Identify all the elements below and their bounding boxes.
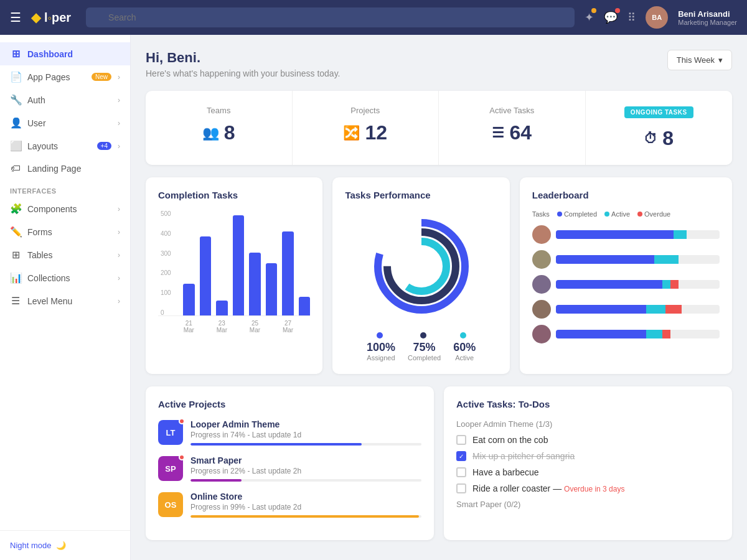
search-wrap: 🔍 — [86, 7, 575, 27]
leaderboard-legend: Tasks Completed Active Overdue — [532, 210, 720, 218]
project-item-looper: LT Looper Admin Theme Progress in 74% - … — [158, 419, 421, 446]
moon-icon: 🌙 — [56, 541, 66, 550]
project-progress-bar-looper — [190, 443, 362, 446]
project-icon-looper: LT — [158, 420, 183, 445]
overdue-legend: Overdue — [637, 210, 670, 218]
lb-completed-5 — [556, 330, 646, 338]
lb-completed-3 — [556, 280, 662, 289]
active-dot — [460, 332, 466, 338]
app-pages-icon: 📄 — [10, 71, 21, 83]
sidebar-item-layouts[interactable]: ⬜ Layouts +4 › — [0, 134, 130, 157]
active-legend: Active — [604, 210, 630, 218]
search-input[interactable] — [86, 7, 575, 27]
bar-chart-wrap: 500 400 300 200 100 0 — [158, 210, 310, 335]
notifications-icon[interactable]: ✦ — [585, 11, 594, 24]
layouts-icon: ⬜ — [10, 140, 21, 152]
arrow-icon: › — [118, 205, 120, 213]
todo-item-4: Ride a roller coaster — Overdue in 3 day… — [456, 483, 720, 493]
todo-checkbox-4[interactable] — [456, 483, 466, 493]
arrow-icon: › — [118, 228, 120, 236]
project-progress-bar-smart — [190, 479, 242, 482]
lb-avatar-3 — [532, 275, 551, 294]
leaderboard-rows — [532, 225, 720, 343]
donut-wrap: 100% Assigned 75% Completed 60% Active — [345, 210, 497, 362]
todo-item-2: ✓ Mix up a pitcher of sangria — [456, 451, 720, 461]
sidebar-item-components[interactable]: 🧩 Components › — [0, 197, 130, 220]
todo-item-1: Eat corn on the cob — [456, 435, 720, 445]
components-icon: 🧩 — [10, 203, 21, 215]
tasks-legend: Tasks — [532, 210, 550, 218]
lb-bar-1 — [556, 230, 720, 239]
project-item-smart: SP Smart Paper Progress in 22% - Last up… — [158, 455, 421, 482]
project-icon-smart: SP — [158, 456, 183, 481]
period-button[interactable]: This Week ▾ — [667, 50, 732, 70]
bottom-row: Active Projects LT Looper Admin Theme Pr… — [146, 386, 732, 540]
sidebar-item-landing-page[interactable]: 🏷 Landing Page — [0, 157, 130, 180]
arrow-icon: › — [118, 119, 120, 128]
lb-avatar-1 — [532, 225, 551, 244]
sidebar-item-user[interactable]: 👤 User › — [0, 111, 130, 134]
collections-icon: 📊 — [10, 272, 21, 284]
avatar[interactable]: BA — [646, 6, 668, 29]
lb-avatar-2 — [532, 250, 551, 269]
project-progress-bar-online — [190, 515, 419, 518]
todo-item-3: Have a barbecue — [456, 467, 720, 477]
sidebar-item-app-pages[interactable]: 📄 App Pages New › — [0, 65, 130, 88]
sidebar-item-auth[interactable]: 🔧 Auth › — [0, 88, 130, 111]
bar-5 — [249, 253, 261, 315]
bar-6 — [266, 263, 278, 316]
lb-row-5 — [532, 325, 720, 343]
bar-2 — [200, 236, 212, 315]
messages-icon[interactable]: 💬 — [604, 11, 618, 24]
lb-overdue-4 — [665, 305, 682, 314]
donut-stats: 100% Assigned 75% Completed 60% Active — [367, 330, 476, 362]
sidebar-item-level-menu[interactable]: ☰ Level Menu › — [0, 289, 130, 312]
lb-completed-4 — [556, 305, 646, 314]
tasks-performance-chart: Tasks Performance 100% A — [332, 177, 509, 374]
arrow-icon: › — [118, 73, 120, 82]
stat-teams: Teams 👥 8 — [146, 91, 293, 165]
donut-svg — [365, 210, 477, 322]
todo-checkbox-1[interactable] — [456, 435, 466, 445]
stat-active-tasks: Active Tasks ☰ 64 — [439, 91, 586, 165]
lb-active-4 — [646, 305, 666, 314]
bar-1 — [183, 284, 195, 315]
project-dot — [179, 454, 185, 460]
auth-icon: 🔧 — [10, 94, 21, 106]
lb-active-3 — [662, 280, 670, 289]
header: ☰ ◆ l◦per 🔍 ✦ 💬 ⠿ BA Beni Arisandi Marke… — [0, 0, 747, 35]
project-progress-looper — [190, 443, 421, 446]
page-subtitle: Here's what's happening with your busine… — [146, 68, 340, 78]
todo-label-3: Have a barbecue — [472, 467, 539, 477]
project-progress-smart — [190, 479, 421, 482]
lb-overdue-3 — [670, 280, 679, 289]
todo-checkbox-3[interactable] — [456, 467, 466, 477]
todo-label-2: Mix up a pitcher of sangria — [472, 451, 575, 461]
lb-bar-4 — [556, 305, 720, 314]
night-mode-button[interactable]: Night mode 🌙 — [10, 541, 120, 550]
lb-bar-2 — [556, 255, 720, 264]
bar-8 — [299, 297, 311, 315]
completed-dot — [420, 332, 426, 338]
sidebar-item-forms[interactable]: ✏️ Forms › — [0, 220, 130, 243]
svg-point-2 — [397, 241, 446, 291]
sidebar-item-collections[interactable]: 📊 Collections › — [0, 266, 130, 289]
active-projects-card: Active Projects LT Looper Admin Theme Pr… — [146, 386, 434, 540]
project-progress-online — [190, 515, 421, 518]
chevron-down-icon: ▾ — [718, 55, 723, 65]
overdue-text: Overdue in 3 days — [564, 485, 624, 493]
project-dot — [179, 418, 185, 424]
project-info-online: Online Store Progress in 99% - Last upda… — [190, 492, 421, 518]
arrow-icon: › — [118, 274, 120, 282]
todo-section-1: Looper Admin Theme (1/3) — [456, 419, 720, 429]
todo-checkbox-2[interactable]: ✓ — [456, 451, 466, 461]
level-menu-icon: ☰ — [10, 295, 21, 307]
lb-completed-1 — [556, 230, 674, 239]
sidebar-item-tables[interactable]: ⊞ Tables › — [0, 243, 130, 266]
lb-overdue-5 — [662, 330, 670, 338]
lb-avatar-5 — [532, 325, 551, 343]
sidebar-item-dashboard[interactable]: ⊞ Dashboard — [0, 42, 130, 65]
page-heading: Hi, Beni. Here's what's happening with y… — [146, 50, 340, 78]
menu-icon[interactable]: ☰ — [10, 10, 21, 25]
apps-icon[interactable]: ⠿ — [627, 11, 636, 24]
